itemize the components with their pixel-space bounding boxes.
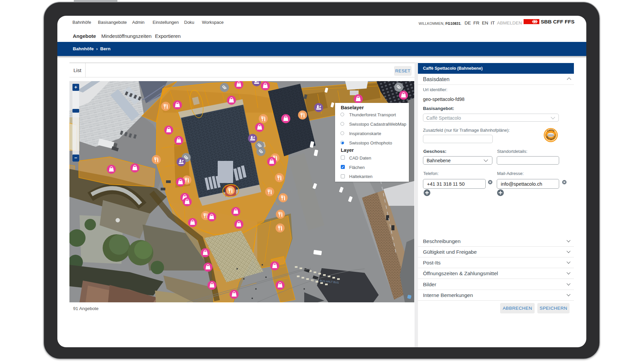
- svg-text:SBB CFF FFS: SBB CFF FFS: [541, 19, 575, 24]
